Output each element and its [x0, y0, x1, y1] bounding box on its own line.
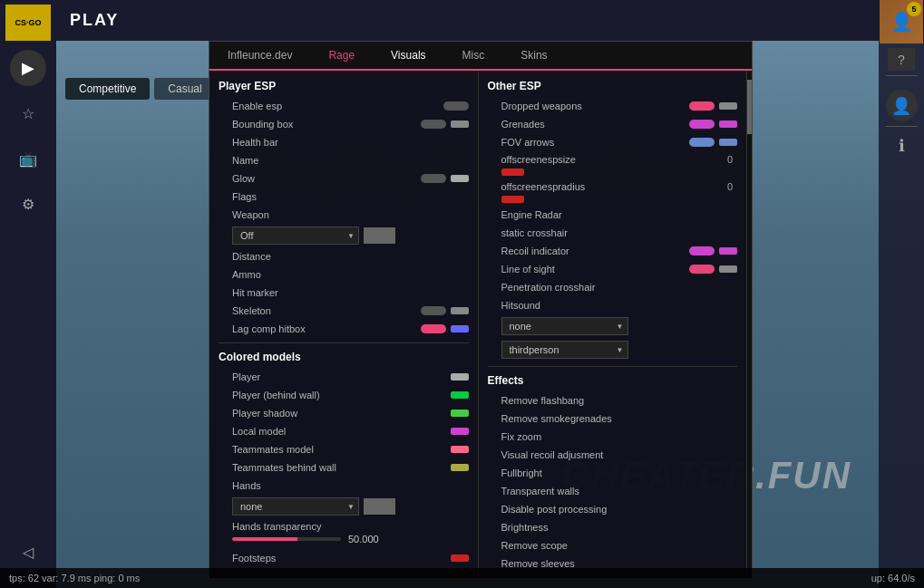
setting-player-color: Player	[219, 371, 469, 383]
setting-grenades: Grenades	[488, 118, 738, 130]
hitsound-dropdown-row: none 1 2 3	[488, 317, 738, 335]
player-shadow-label: Player shadow	[219, 408, 446, 419]
line-of-sight-toggle[interactable]	[689, 265, 715, 274]
setting-distance: Distance	[219, 250, 469, 263]
effects-title: Effects	[488, 374, 738, 387]
thirdperson-dropdown-container[interactable]: thirdperson On	[501, 341, 628, 359]
line-of-sight-color[interactable]	[719, 265, 737, 273]
weapon-dropdown-container[interactable]: Off On	[232, 227, 359, 245]
offscreenespradius-color[interactable]	[501, 196, 524, 203]
fov-arrows-color[interactable]	[719, 139, 737, 146]
dropped-weapons-toggle[interactable]	[689, 101, 715, 111]
player-color-swatch[interactable]	[451, 373, 469, 381]
player-behind-wall-color[interactable]	[451, 391, 469, 399]
page-title: PLAY	[70, 11, 119, 30]
static-crosshair-label: static crosshair	[488, 227, 738, 238]
tab-misc[interactable]: Misc	[444, 42, 503, 69]
glow-toggle[interactable]	[421, 174, 446, 183]
casual-tab[interactable]: Casual	[154, 78, 215, 100]
glow-color[interactable]	[451, 175, 469, 182]
setting-player-behind-wall: Player (behind wall)	[219, 389, 469, 401]
teammates-model-color[interactable]	[451, 446, 469, 453]
lag-comp-hitbox-color[interactable]	[451, 325, 469, 333]
recoil-indicator-toggle[interactable]	[689, 246, 715, 255]
bounding-box-toggle[interactable]	[421, 120, 446, 129]
scrollbar[interactable]	[747, 71, 752, 578]
setting-brightness: Brightness	[488, 521, 738, 534]
grenades-toggle[interactable]	[689, 120, 715, 129]
weapon-dropdown[interactable]: Off On	[232, 227, 359, 245]
thirdperson-dropdown[interactable]: thirdperson On	[501, 341, 628, 359]
tab-skins[interactable]: Skins	[502, 42, 565, 69]
play-button[interactable]: ▶	[10, 50, 46, 86]
hit-marker-label: Hit marker	[219, 287, 469, 298]
tab-visuals[interactable]: Visuals	[373, 42, 443, 71]
weapon-label: Weapon	[219, 209, 469, 220]
setting-skeleton: Skeleton	[219, 304, 469, 317]
brightness-label: Brightness	[488, 522, 738, 533]
setting-teammates-behind-wall: Teammates behind wall	[219, 461, 469, 474]
remove-smokegrenades-label: Remove smokegrenades	[488, 413, 738, 424]
tab-rage[interactable]: Rage	[310, 42, 373, 69]
recoil-indicator-color[interactable]	[719, 247, 737, 255]
info-icon[interactable]: ℹ	[899, 136, 905, 156]
weapon-color-btn[interactable]	[364, 227, 395, 244]
divider-1	[219, 342, 469, 343]
setting-flags: Flags	[219, 190, 469, 203]
setting-hands: Hands	[219, 479, 469, 492]
dropped-weapons-color[interactable]	[719, 102, 737, 110]
back-icon[interactable]: ◁	[10, 534, 46, 570]
skeleton-color[interactable]	[451, 307, 469, 314]
hitsound-label: Hitsound	[488, 300, 738, 311]
local-model-color[interactable]	[451, 428, 469, 435]
lag-comp-hitbox-label: Lag comp hitbox	[219, 323, 416, 334]
offscreenespsize-value: 0	[727, 154, 733, 165]
offscreenespsize-color[interactable]	[501, 169, 524, 176]
grenades-color[interactable]	[719, 120, 737, 128]
bounding-box-color[interactable]	[451, 120, 469, 128]
left-column: Player ESP Enable esp Bounding box Healt…	[209, 71, 479, 578]
setting-disable-post-processing: Disable post processing	[488, 503, 738, 516]
player-shadow-color[interactable]	[451, 410, 469, 417]
thirdperson-dropdown-row: thirdperson On	[488, 341, 738, 359]
setting-hitsound: Hitsound	[488, 299, 738, 312]
setting-weapon: Weapon	[219, 208, 469, 221]
teammates-behind-wall-color[interactable]	[451, 464, 469, 471]
hands-color-btn[interactable]	[364, 498, 395, 515]
offscreenespsize-color-row	[488, 169, 738, 176]
setting-health-bar: Health bar	[219, 136, 469, 149]
player-esp-title: Player ESP	[219, 80, 469, 92]
setting-static-crosshair: static crosshair	[488, 227, 738, 239]
name-label: Name	[219, 155, 469, 166]
help-button[interactable]: ?	[888, 48, 915, 71]
settings-icon[interactable]: ⚙	[10, 186, 46, 222]
offscreenespradius-color-row	[488, 196, 738, 203]
hands-dropdown-container[interactable]: none On	[232, 497, 359, 516]
tab-influence[interactable]: Infleunce.dev	[209, 42, 310, 69]
scrollbar-thumb[interactable]	[747, 80, 752, 134]
hitsound-dropdown[interactable]: none 1 2 3	[501, 317, 628, 335]
user-avatar[interactable]: 5 👤	[880, 0, 923, 43]
hands-dropdown[interactable]: none On	[232, 497, 359, 516]
watch-icon[interactable]: 📺	[10, 140, 46, 177]
setting-recoil-indicator: Recoil indicator	[488, 245, 738, 257]
offscreenespradius-value: 0	[727, 181, 733, 192]
fov-arrows-toggle[interactable]	[689, 138, 715, 147]
hitsound-dropdown-container[interactable]: none 1 2 3	[501, 317, 628, 335]
hands-transparency-slider[interactable]	[232, 537, 341, 541]
skeleton-toggle[interactable]	[421, 306, 446, 315]
left-sidebar: CS·GO ▶ ☆ 📺 ⚙ ◁	[0, 0, 56, 588]
other-esp-title: Other ESP	[488, 80, 738, 92]
footsteps-color[interactable]	[451, 554, 469, 562]
hands-label: Hands	[219, 480, 469, 491]
user-profile-button[interactable]: 👤	[886, 90, 918, 121]
inventory-icon[interactable]: ☆	[10, 95, 46, 131]
penetration-crosshair-label: Penetration crosshair	[488, 282, 738, 293]
enable-esp-toggle[interactable]	[443, 101, 469, 111]
competitive-tab[interactable]: Competitive	[65, 78, 150, 100]
setting-fov-arrows: FOV arrows	[488, 136, 738, 149]
transparent-walls-label: Transparent walls	[488, 486, 738, 496]
footsteps-label: Footsteps	[219, 553, 446, 564]
bounding-box-label: Bounding box	[219, 119, 416, 130]
lag-comp-hitbox-toggle[interactable]	[421, 324, 446, 333]
